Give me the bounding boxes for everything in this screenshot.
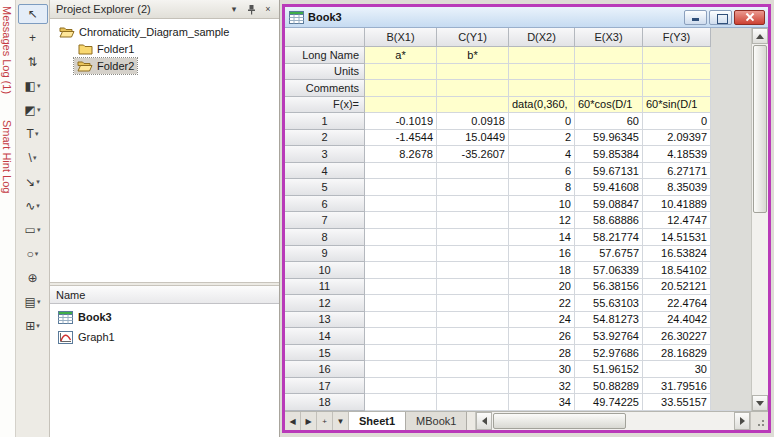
cell[interactable]: 31.79516 [643, 378, 711, 395]
cell[interactable]: 8.35039 [643, 179, 711, 196]
cell[interactable]: 18 [509, 262, 575, 279]
cell[interactable] [365, 394, 437, 411]
cell[interactable]: 0 [643, 113, 711, 130]
cell[interactable]: 4 [509, 146, 575, 163]
row-header[interactable]: 5 [285, 179, 365, 196]
tree-item-folder2[interactable]: Folder2 [50, 57, 279, 74]
cell[interactable] [437, 246, 509, 263]
sheet-list-button[interactable]: ▼ [333, 412, 349, 430]
cell[interactable]: 30 [643, 361, 711, 378]
cell[interactable]: 59.67131 [575, 163, 643, 180]
cell[interactable]: 53.92764 [575, 328, 643, 345]
cell[interactable] [437, 312, 509, 329]
cell[interactable]: 16.53824 [643, 246, 711, 263]
cell[interactable]: b* [437, 47, 509, 64]
vertical-scroll-track[interactable] [752, 44, 768, 395]
cell[interactable]: 22 [509, 295, 575, 312]
row-header[interactable]: 2 [285, 130, 365, 147]
cell[interactable]: 59.08847 [575, 196, 643, 213]
cell[interactable] [437, 295, 509, 312]
draw-data-tool[interactable]: ◩▾ [18, 100, 48, 120]
close-button[interactable]: × [260, 2, 276, 17]
cell[interactable]: 59.85384 [575, 146, 643, 163]
arrow-tool[interactable]: ↘▾ [18, 172, 48, 192]
cell[interactable]: 6 [509, 163, 575, 180]
cell[interactable]: 10 [509, 196, 575, 213]
cell[interactable]: 50.88289 [575, 378, 643, 395]
vertical-scrollbar[interactable] [751, 28, 768, 411]
curve-tool[interactable]: ∿▾ [18, 196, 48, 216]
column-header[interactable]: D(X2) [509, 28, 575, 47]
row-header[interactable]: 12 [285, 295, 365, 312]
window-position-button[interactable]: ▾ [226, 2, 242, 17]
row-header[interactable]: 1 [285, 113, 365, 130]
list-item-graph1[interactable]: Graph1 [50, 327, 279, 347]
cell[interactable]: 0.0918 [437, 113, 509, 130]
cell[interactable]: data(0,360, [509, 97, 575, 114]
cell[interactable] [365, 97, 437, 114]
cell[interactable] [575, 64, 643, 81]
cell[interactable] [509, 64, 575, 81]
dock-tab-messages-log[interactable]: Messages Log (1) [0, 0, 14, 98]
list-item-book3[interactable]: Book3 [50, 307, 279, 327]
row-header[interactable]: 4 [285, 163, 365, 180]
dock-tab-smart-hint-log[interactable]: Smart Hint Log [0, 114, 14, 197]
row-header[interactable]: 18 [285, 394, 365, 411]
cell[interactable] [437, 345, 509, 362]
cell[interactable]: 12.4747 [643, 212, 711, 229]
data-selector-tool[interactable]: ⇅ [18, 52, 48, 72]
cell[interactable] [437, 279, 509, 296]
row-header[interactable]: Comments [285, 80, 365, 97]
cell[interactable] [509, 47, 575, 64]
cell[interactable] [365, 295, 437, 312]
add-sheet-button[interactable]: + [317, 412, 333, 430]
scroll-left-button[interactable] [476, 412, 492, 430]
cell[interactable]: 28 [509, 345, 575, 362]
cell[interactable] [575, 47, 643, 64]
cell[interactable]: 57.6757 [575, 246, 643, 263]
row-header[interactable]: 14 [285, 328, 365, 345]
scroll-right-button[interactable] [734, 412, 750, 430]
cell[interactable]: 0 [509, 113, 575, 130]
cell[interactable]: 60 [575, 113, 643, 130]
cell[interactable]: 55.63103 [575, 295, 643, 312]
cell[interactable] [437, 229, 509, 246]
cell[interactable]: a* [365, 47, 437, 64]
row-header[interactable]: 16 [285, 361, 365, 378]
cell[interactable] [643, 80, 711, 97]
cell[interactable] [575, 80, 643, 97]
column-header[interactable]: C(Y1) [437, 28, 509, 47]
cell[interactable] [437, 328, 509, 345]
cell[interactable] [437, 262, 509, 279]
cell[interactable]: -35.2607 [437, 146, 509, 163]
horizontal-scroll-thumb[interactable] [493, 413, 626, 429]
resize-grip[interactable] [750, 412, 768, 430]
cell[interactable] [437, 196, 509, 213]
close-button[interactable] [734, 10, 765, 25]
cell[interactable]: 24 [509, 312, 575, 329]
row-header[interactable]: 10 [285, 262, 365, 279]
cell[interactable] [365, 279, 437, 296]
cell[interactable] [365, 64, 437, 81]
cell[interactable] [365, 262, 437, 279]
cell[interactable] [365, 196, 437, 213]
grid-corner[interactable] [285, 28, 365, 47]
cell[interactable]: 2.09397 [643, 130, 711, 147]
cell[interactable]: 8.2678 [365, 146, 437, 163]
mask-tool[interactable]: ◧▾ [18, 76, 48, 96]
cell[interactable]: 51.96152 [575, 361, 643, 378]
scroll-up-button[interactable] [752, 28, 768, 44]
sheet-tab-mbook1[interactable]: MBook1 [406, 412, 467, 430]
cell[interactable] [365, 328, 437, 345]
cell[interactable]: 58.68886 [575, 212, 643, 229]
pointer-tool[interactable]: ↖ [18, 4, 48, 24]
cell[interactable]: -1.4544 [365, 130, 437, 147]
text-tool[interactable]: T▾ [18, 124, 48, 144]
vertical-scroll-thumb[interactable] [753, 45, 767, 213]
auto-hide-pin-button[interactable] [243, 2, 259, 17]
row-header[interactable]: 15 [285, 345, 365, 362]
cell[interactable] [437, 64, 509, 81]
pan-tool[interactable]: ⊕ [18, 268, 48, 288]
cell[interactable] [365, 212, 437, 229]
cell[interactable]: 2 [509, 130, 575, 147]
